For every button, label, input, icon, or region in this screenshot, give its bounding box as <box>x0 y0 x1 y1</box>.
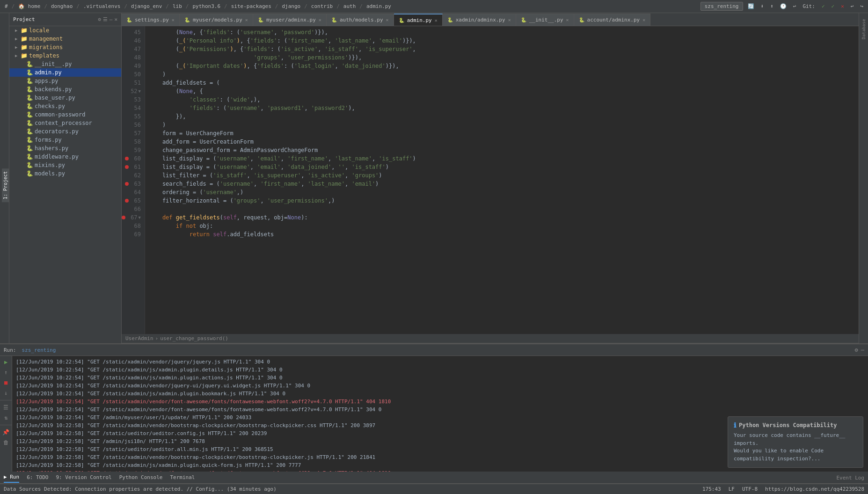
tab-xadmin-adminx[interactable]: 🐍 xadmin/adminx.py ✕ <box>443 14 516 26</box>
topbar-contrib[interactable]: contrib <box>309 2 335 10</box>
code-line-53: 'classes': ('wide',), <box>145 95 859 104</box>
run-pin-button[interactable]: 📌 <box>2 428 10 436</box>
py-icon-forms: 🐍 <box>26 137 34 143</box>
run-filter-button[interactable]: ⇅ <box>2 414 10 422</box>
run-trash-button[interactable]: 🗑 <box>2 438 10 447</box>
topbar-git-check1[interactable]: ✓ <box>820 2 827 10</box>
topbar-upload[interactable]: ⬆ <box>768 2 775 10</box>
project-close-icon[interactable]: ✕ <box>114 16 117 22</box>
bottom-tab-run[interactable]: ▶ Run <box>4 472 19 483</box>
tab-close-auth-models[interactable]: ✕ <box>386 17 389 22</box>
code-line-66 <box>145 205 859 213</box>
tree-mixins[interactable]: ▶ 🐍 mixins.py <box>9 161 121 169</box>
tab-admin[interactable]: 🐍 admin.py ✕ <box>394 14 443 26</box>
tree-init[interactable]: ▶ 🐍 __init__.py <box>9 60 121 68</box>
tree-context-processor[interactable]: ▶ 🐍 context_processor <box>9 119 121 127</box>
tree-common-password[interactable]: ▶ 🐍 common-password <box>9 110 121 119</box>
vtab-project[interactable]: 1: Project <box>2 168 9 202</box>
tree-templates[interactable]: ▶ 📁 templates <box>9 51 121 60</box>
tree-apps[interactable]: ▶ 🐍 apps.py <box>9 77 121 85</box>
tree-arrow-management: ▶ <box>15 36 21 41</box>
fold-arrow-52[interactable]: ▼ <box>139 87 141 95</box>
run-play-button[interactable]: ▶ <box>2 358 10 366</box>
topbar-git-x[interactable]: ✕ <box>839 2 846 10</box>
tree-hashers[interactable]: ▶ 🐍 hashers.py <box>9 144 121 153</box>
bottom-tab-todo[interactable]: 6: TODO <box>27 472 48 482</box>
run-close-icon[interactable]: — <box>861 347 864 353</box>
tab-close-myuser-adminx[interactable]: ✕ <box>319 17 321 22</box>
tree-backends[interactable]: ▶ 🐍 backends.py <box>9 85 121 94</box>
tree-label-admin: admin.py <box>35 69 62 76</box>
bottom-tab-vc[interactable]: 9: Version Control <box>56 472 111 482</box>
statusbar-url[interactable]: https://blog.csdn.net/qq42239528 <box>765 486 864 492</box>
tree-locale[interactable]: ▶ 📁 locale <box>9 26 121 35</box>
code-content[interactable]: (None, {'fields': ('username', 'password… <box>145 26 859 334</box>
bottom-tab-terminal[interactable]: Terminal <box>170 472 195 482</box>
project-layout-icon[interactable]: ☰ <box>103 16 108 22</box>
py-icon-middleware: 🐍 <box>26 153 34 160</box>
tab-close-account-adminx[interactable]: ✕ <box>642 17 645 22</box>
tab-settings[interactable]: 🐍 settings.py ✕ <box>122 14 180 26</box>
fold-arrow-67[interactable]: ▼ <box>139 213 141 222</box>
tree-label-middleware: middleware.py <box>35 153 79 160</box>
topbar-lib[interactable]: lib <box>171 2 184 10</box>
bottom-tab-python[interactable]: Python Console <box>119 472 163 482</box>
tab-close-myuser-models[interactable]: ✕ <box>245 17 248 22</box>
database-icon[interactable]: Database <box>859 15 868 43</box>
console-log-line: [12/Jun/2019 10:22:54] "GET /static/xadm… <box>16 398 864 406</box>
topbar-home[interactable]: 🏠 home <box>16 2 42 10</box>
statusbar-lf[interactable]: LF <box>729 486 735 492</box>
topbar-site-packages[interactable]: site-packages <box>229 2 273 10</box>
tree-models[interactable]: ▶ 🐍 models.py <box>9 169 121 178</box>
project-settings-icon[interactable]: ⚙ <box>98 16 101 22</box>
topbar-git-check2[interactable]: ✓ <box>830 2 837 10</box>
code-editor[interactable]: 45 46 47 48 49 50 51 52▼ 53 54 55 56 57 … <box>122 26 859 334</box>
gutter-47: 47 <box>122 45 145 53</box>
tab-close-init[interactable]: ✕ <box>566 17 569 22</box>
tree-checks[interactable]: ▶ 🐍 checks.py <box>9 102 121 110</box>
event-log-button[interactable]: Event Log <box>836 475 864 481</box>
statusbar-position[interactable]: 175:43 <box>702 486 721 492</box>
run-config[interactable]: szs_renting <box>22 347 56 353</box>
tab-init[interactable]: 🐍 __init__.py ✕ <box>516 14 574 26</box>
topbar-donghao[interactable]: donghao <box>49 2 74 10</box>
tab-close-admin[interactable]: ✕ <box>435 18 438 23</box>
tab-myuser-adminx[interactable]: 🐍 myuser/adminx.py ✕ <box>253 14 327 26</box>
tab-close-settings[interactable]: ✕ <box>172 17 175 22</box>
tree-forms[interactable]: ▶ 🐍 forms.py <box>9 136 121 144</box>
topbar-redo[interactable]: ↪ <box>858 2 865 10</box>
tab-close-xadmin-adminx[interactable]: ✕ <box>508 17 511 22</box>
topbar-history[interactable]: 🕐 <box>778 2 788 10</box>
topbar-undo[interactable]: ↩ <box>849 2 856 10</box>
topbar-adminpy[interactable]: admin.py <box>365 2 393 10</box>
topbar-revert[interactable]: ↩ <box>791 2 798 10</box>
gutter-63: 63 <box>122 180 145 188</box>
run-stop-button[interactable]: ■ <box>2 378 10 387</box>
project-collapse-icon[interactable]: — <box>109 16 113 22</box>
tree-base-user[interactable]: ▶ 🐍 base_user.py <box>9 94 121 102</box>
topbar-refresh[interactable]: 🔄 <box>746 2 756 10</box>
run-up-button[interactable]: ↑ <box>2 368 10 377</box>
gutter-56: 56 <box>122 121 145 129</box>
tree-admin[interactable]: ▶ 🐍 admin.py <box>9 68 121 77</box>
run-settings-icon[interactable]: ⚙ <box>855 347 858 353</box>
topbar-virtualenvs[interactable]: .virtualenvs <box>81 2 122 10</box>
run-down-button[interactable]: ↓ <box>2 389 10 397</box>
tab-auth-models[interactable]: 🐍 auth/models.py ✕ <box>327 14 394 26</box>
tree-management[interactable]: ▶ 📁 management <box>9 35 121 43</box>
topbar-hash[interactable]: # <box>3 2 10 10</box>
topbar-auth[interactable]: auth <box>342 2 358 10</box>
branch-button[interactable]: szs_renting <box>700 2 743 11</box>
topbar-django-env[interactable]: django_env <box>129 2 164 10</box>
run-list-button[interactable]: ☰ <box>2 403 10 412</box>
tree-decorators[interactable]: ▶ 🐍 decorators.py <box>9 127 121 136</box>
tree-migrations[interactable]: ▶ 📁 migrations <box>9 43 121 51</box>
topbar-django[interactable]: django <box>280 2 302 10</box>
tab-myuser-models[interactable]: 🐍 myuser/models.py ✕ <box>180 14 253 26</box>
topbar-python[interactable]: python3.6 <box>190 2 222 10</box>
tree-middleware[interactable]: ▶ 🐍 middleware.py <box>9 153 121 161</box>
statusbar-encoding[interactable]: UTF-8 <box>742 486 758 492</box>
tab-account-adminx[interactable]: 🐍 account/adminx.py ✕ <box>574 14 651 26</box>
topbar-download[interactable]: ⬇ <box>759 2 766 10</box>
notif-info-icon: ℹ <box>734 421 736 429</box>
